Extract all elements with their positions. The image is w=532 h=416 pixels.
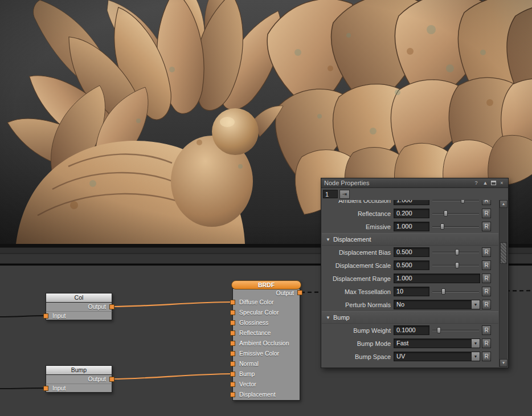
slider[interactable] xyxy=(431,287,480,296)
panel-body: Ambient Occlusion 1.000 R Reflectance 0.… xyxy=(322,200,508,367)
chevron-down-icon[interactable]: ▼ xyxy=(471,352,480,361)
property-rows: Ambient Occlusion 1.000 R Reflectance 0.… xyxy=(322,200,498,367)
value-field[interactable]: 10 xyxy=(394,287,429,296)
section-header-displacement[interactable]: ▼ Displacement xyxy=(322,233,498,246)
value-field[interactable]: 0.500 xyxy=(394,260,429,270)
property-label: Reflectance xyxy=(322,210,394,217)
reset-button[interactable]: R xyxy=(482,247,491,257)
reset-button[interactable]: R xyxy=(482,338,491,348)
input-label: Displacement xyxy=(239,391,276,398)
input-connector[interactable] xyxy=(43,386,48,391)
dropdown-value: Fast xyxy=(394,339,471,348)
input-connector[interactable] xyxy=(230,351,235,356)
value-field[interactable]: 1.000 xyxy=(394,222,429,231)
scrollbar-thumb[interactable] xyxy=(500,242,507,264)
slider-handle[interactable] xyxy=(441,288,445,295)
input-connector[interactable] xyxy=(230,310,235,315)
dropdown[interactable]: UV ▼ xyxy=(394,352,480,361)
section-label: Bump xyxy=(333,314,350,321)
output-connector[interactable] xyxy=(297,290,302,295)
slider-handle[interactable] xyxy=(461,200,465,203)
section-header-bump[interactable]: ▼ Bump xyxy=(322,311,498,324)
slider-handle[interactable] xyxy=(444,210,448,217)
node-col-input-row: Input xyxy=(46,311,112,320)
reset-button[interactable]: R xyxy=(482,352,491,361)
node-brdf-title[interactable]: BRDF xyxy=(231,280,301,289)
input-label: Ambient Occlusion xyxy=(239,340,289,346)
dropdown[interactable]: No ▼ xyxy=(394,300,480,309)
input-connector[interactable] xyxy=(43,313,48,319)
node-bump[interactable]: Bump Output Input xyxy=(46,365,112,393)
slider[interactable] xyxy=(431,247,480,257)
input-connector[interactable] xyxy=(230,372,235,377)
dropdown-value: No xyxy=(394,300,471,309)
input-connector[interactable] xyxy=(230,361,235,366)
reset-button[interactable]: R xyxy=(482,209,491,218)
property-row-bump-space: Bump Space UV ▼ R xyxy=(322,350,498,363)
node-brdf[interactable]: BRDF Output Diffuse Color Specular Color… xyxy=(232,280,300,401)
node-bump-title[interactable]: Bump xyxy=(46,365,112,374)
slider[interactable] xyxy=(431,209,480,218)
node-col-output-row: Output xyxy=(46,302,112,311)
input-label: Specular Color xyxy=(239,309,279,316)
property-row-bump-mode: Bump Mode Fast ▼ R xyxy=(322,337,498,350)
value-field[interactable]: 0.500 xyxy=(394,247,429,257)
node-bump-output-row: Output xyxy=(46,374,112,384)
dropdown[interactable]: Fast ▼ xyxy=(394,338,480,348)
panel-scrollbar[interactable]: ▲ ▼ xyxy=(499,200,508,367)
input-connector[interactable] xyxy=(230,382,235,387)
reset-button[interactable]: R xyxy=(482,260,491,270)
input-label: Input xyxy=(52,312,66,319)
reset-button[interactable]: R xyxy=(482,287,491,296)
slider-handle[interactable] xyxy=(455,262,459,268)
property-label: Perturb Normals xyxy=(322,301,394,308)
slider-handle[interactable] xyxy=(455,249,459,255)
input-connector[interactable] xyxy=(230,300,235,305)
output-connector[interactable] xyxy=(109,304,114,309)
reset-button[interactable]: R xyxy=(482,222,491,231)
panel-subheader: ⇥ xyxy=(321,188,508,200)
node-col-title[interactable]: Col xyxy=(46,293,112,302)
output-connector[interactable] xyxy=(109,377,114,382)
close-icon[interactable]: × xyxy=(498,180,505,186)
chevron-down-icon[interactable]: ▼ xyxy=(471,339,480,348)
brdf-input-row: Emissive Color xyxy=(233,349,300,359)
slider-handle[interactable] xyxy=(440,223,444,230)
input-label: Bump xyxy=(239,370,255,377)
property-label: Bump Space xyxy=(322,353,394,360)
input-label: Vector xyxy=(239,381,256,388)
slider[interactable] xyxy=(431,325,480,335)
property-row-bump-weight: Bump Weight 0.1000 R xyxy=(322,324,498,337)
value-field[interactable]: 0.1000 xyxy=(394,325,429,335)
input-connector[interactable] xyxy=(230,320,235,325)
index-input[interactable] xyxy=(323,190,338,198)
slider[interactable] xyxy=(431,260,480,270)
reset-button[interactable]: R xyxy=(482,200,491,205)
property-label: Displacement Scale xyxy=(322,262,394,269)
output-label: Output xyxy=(276,289,294,296)
chevron-down-icon[interactable]: ▼ xyxy=(471,300,480,309)
input-connector[interactable] xyxy=(230,392,235,397)
node-col[interactable]: Col Output Input xyxy=(46,293,112,320)
input-connector[interactable] xyxy=(230,331,235,336)
brdf-input-row: Specular Color xyxy=(233,308,300,318)
reset-button[interactable]: R xyxy=(482,300,491,309)
popout-window-icon[interactable] xyxy=(491,181,496,185)
value-field[interactable]: 1.000 xyxy=(394,274,480,283)
scroll-up-icon[interactable]: ▲ xyxy=(500,200,508,208)
collapse-icon[interactable]: ▲ xyxy=(482,180,489,186)
slider[interactable] xyxy=(431,200,480,205)
value-field[interactable]: 1.000 xyxy=(394,200,429,205)
property-label: Emissive xyxy=(322,223,394,230)
value-field[interactable]: 0.200 xyxy=(394,209,429,218)
panel-titlebar[interactable]: Node Properties ? ▲ × xyxy=(321,178,508,188)
slider-handle[interactable] xyxy=(437,327,441,333)
help-icon[interactable]: ? xyxy=(473,180,480,186)
scroll-down-icon[interactable]: ▼ xyxy=(500,359,508,367)
reset-button[interactable]: R xyxy=(482,325,491,335)
slider[interactable] xyxy=(431,222,480,231)
property-row-displacement-bias: Displacement Bias 0.500 R xyxy=(322,246,498,259)
sync-selection-button[interactable]: ⇥ xyxy=(339,190,350,199)
reset-button[interactable]: R xyxy=(482,274,491,283)
input-connector[interactable] xyxy=(230,341,235,346)
